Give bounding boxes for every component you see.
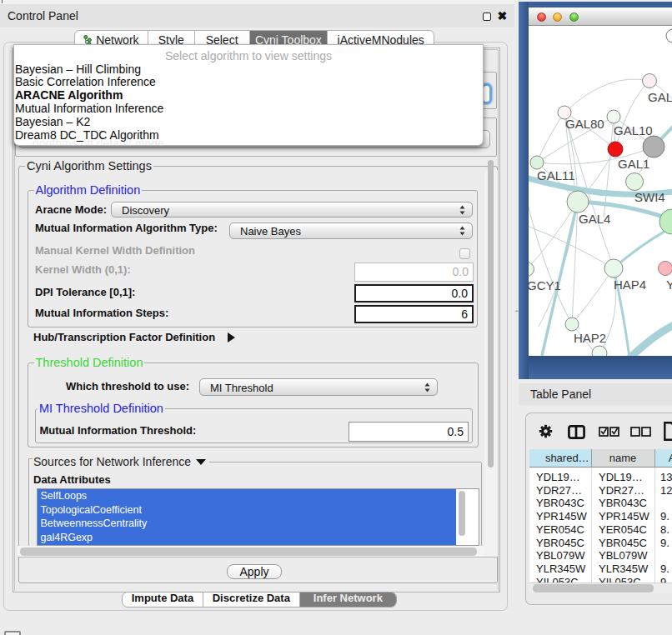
svg-text:GAL10: GAL10 (614, 123, 653, 138)
svg-text:HAP2: HAP2 (574, 331, 606, 345)
svg-text:GAL11: GAL11 (537, 168, 575, 182)
svg-text:HAP4: HAP4 (614, 278, 646, 292)
svg-text:GAL4: GAL4 (579, 212, 610, 226)
svg-text:GAL7: GAL7 (648, 90, 672, 104)
svg-text:GCY1: GCY1 (529, 278, 561, 292)
svg-text:GAL1: GAL1 (618, 157, 649, 171)
svg-text:GAL80: GAL80 (565, 117, 604, 131)
svg-text:SWI4: SWI4 (634, 190, 665, 204)
svg-text:Y: Y (666, 278, 672, 292)
